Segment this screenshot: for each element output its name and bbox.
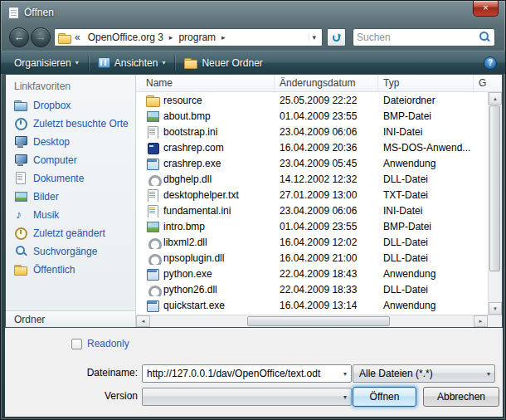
file-date: 23.04.2009 05:45 [275, 158, 378, 169]
forward-button[interactable]: → [31, 27, 51, 47]
file-row[interactable]: about.bmp 01.04.2009 23:55 BMP-Datei [136, 108, 488, 124]
breadcrumb-folder-icon [58, 32, 71, 43]
sidebar-item[interactable]: Musik [6, 206, 135, 224]
cancel-button-label: Abbrechen [437, 391, 485, 403]
file-name: dbghelp.dll [163, 173, 212, 185]
file-name: npsoplugin.dll [163, 252, 224, 264]
filetype-select[interactable]: Alle Dateien (*.*) ▾ [353, 364, 495, 383]
search-box[interactable] [353, 28, 495, 46]
file-row[interactable]: python26.dll 22.04.2009 18:33 DLL-Datei [136, 281, 488, 297]
search-icon[interactable] [478, 31, 491, 44]
horizontal-scrollbar[interactable]: ◄ ► [136, 315, 502, 327]
new-folder-icon [184, 57, 197, 68]
file-row[interactable]: npsoplugin.dll 16.04.2009 21:00 DLL-Date… [136, 250, 488, 266]
file-row[interactable]: dbghelp.dll 14.12.2002 12:32 DLL-Datei [136, 171, 488, 187]
file-type: DLL-Datei [378, 284, 474, 295]
sidebar-item[interactable]: Öffentlich [6, 261, 135, 279]
breadcrumb-overflow-button[interactable]: « [71, 32, 84, 43]
filename-combo[interactable]: ▾ [142, 364, 352, 383]
file-date: 22.04.2009 18:43 [275, 268, 378, 280]
file-date: 14.12.2002 12:32 [275, 173, 378, 185]
file-icon [146, 267, 159, 281]
vertical-scrollbar[interactable]: ▲ ▼ [488, 92, 502, 315]
file-row[interactable]: libxml2.dll 16.04.2009 12:02 DLL-Datei [136, 234, 488, 250]
file-type: Dateiordner [378, 95, 474, 106]
file-date: 01.04.2009 23:55 [275, 221, 378, 232]
scroll-up-button[interactable]: ▲ [489, 92, 502, 105]
refresh-button[interactable] [327, 28, 346, 46]
filetype-value: Alle Dateien (*.*) [359, 368, 433, 379]
address-history-dropdown-icon[interactable]: ▾ [309, 33, 319, 42]
file-icon [146, 283, 159, 296]
file-name-cell: bootstrap.ini [136, 125, 275, 139]
file-name: resource [163, 95, 202, 106]
sidebar-item[interactable]: Dropbox [6, 96, 135, 115]
breadcrumb-item-program[interactable]: program [174, 32, 220, 43]
file-date: 16.04.2009 13:14 [275, 300, 378, 311]
organize-label: Organisieren [14, 57, 71, 69]
file-row[interactable]: fundamental.ini 23.04.2009 06:06 INI-Dat… [136, 203, 488, 218]
readonly-row: Readonly [71, 338, 129, 349]
toolbar-separator [174, 56, 175, 71]
views-button[interactable]: Ansichten ▾ [91, 54, 173, 72]
sidebar-item[interactable]: Zuletzt besuchte Orte [6, 115, 135, 133]
horizontal-scroll-track[interactable] [150, 315, 474, 327]
sidebar-item[interactable]: Zuletzt geändert [6, 224, 135, 242]
close-button[interactable]: × [473, 1, 499, 17]
file-type: DLL-Datei [378, 237, 474, 248]
file-name: crashrep.com [163, 142, 224, 154]
file-row[interactable]: quickstart.exe 16.04.2009 13:14 Anwendun… [136, 297, 488, 313]
column-header-name[interactable]: Name [136, 75, 275, 91]
sidebar-item[interactable]: Suchvorgänge [6, 242, 135, 261]
file-name-cell: intro.bmp [136, 220, 275, 233]
filename-dropdown-icon[interactable]: ▾ [343, 370, 347, 378]
open-button[interactable]: Öffnen [353, 387, 416, 407]
views-icon [98, 57, 110, 68]
scroll-up-icon: ▲ [493, 96, 498, 101]
readonly-checkbox[interactable] [71, 339, 82, 349]
file-type: INI-Datei [378, 205, 474, 217]
file-type: Anwendung [378, 158, 474, 169]
file-row[interactable]: desktophelper.txt 27.01.2009 13:00 TXT-D… [136, 187, 488, 203]
breadcrumb-item-openoffice[interactable]: OpenOffice.org 3 [84, 32, 168, 43]
file-row[interactable]: intro.bmp 01.04.2009 23:55 BMP-Datei [136, 218, 488, 234]
breadcrumb-separator-icon[interactable]: ▸ [168, 33, 175, 42]
column-header-date[interactable]: Änderungsdatum [275, 75, 378, 91]
folders-expander[interactable]: Ordner [6, 310, 135, 327]
sidebar-item[interactable]: Desktop [6, 133, 135, 151]
filename-input[interactable] [143, 365, 351, 382]
file-row[interactable]: crashrep.exe 23.04.2009 05:45 Anwendung [136, 155, 488, 171]
breadcrumb-separator-icon[interactable]: ▸ [220, 33, 227, 42]
sidebar-item-label: Suchvorgänge [33, 246, 97, 257]
readonly-label[interactable]: Readonly [87, 338, 129, 349]
back-button[interactable]: ← [9, 27, 29, 47]
column-header-size[interactable]: G [474, 75, 502, 91]
scroll-right-button[interactable]: ► [474, 315, 488, 327]
new-folder-button[interactable]: Neuer Ordner [178, 54, 269, 72]
organize-button[interactable]: Organisieren ▾ [7, 54, 85, 72]
sidebar-item[interactable]: Dokumente [6, 169, 135, 188]
file-row[interactable]: crashrep.com 16.04.2009 20:36 MS-DOS-Anw… [136, 139, 488, 155]
version-select[interactable]: ▾ [142, 388, 352, 406]
cancel-button[interactable]: Abbrechen [423, 387, 499, 407]
file-row[interactable]: python.exe 22.04.2009 18:43 Anwendung [136, 266, 488, 281]
file-type: BMP-Datei [378, 110, 474, 122]
file-row[interactable]: bootstrap.ini 23.04.2009 06:06 INI-Datei [136, 124, 488, 139]
file-type: DLL-Datei [378, 173, 474, 185]
scroll-left-button[interactable]: ◄ [136, 315, 150, 327]
sidebar-item[interactable]: Bilder [6, 188, 135, 206]
titlebar[interactable]: Öffnen × [1, 1, 505, 24]
sidebar-item[interactable]: Computer [6, 151, 135, 169]
window-title: Öffnen [24, 7, 54, 18]
chevron-down-icon: ▾ [162, 59, 165, 66]
column-header-type[interactable]: Typ [378, 75, 474, 91]
help-button[interactable]: ? [484, 56, 497, 70]
address-bar[interactable]: « OpenOffice.org 3 ▸ program ▸ ▾ [54, 28, 323, 46]
search-input[interactable] [357, 32, 478, 43]
vertical-scroll-thumb[interactable] [489, 105, 500, 271]
vertical-scroll-track[interactable] [489, 105, 502, 302]
refresh-icon [333, 34, 340, 42]
horizontal-scroll-thumb[interactable] [247, 316, 390, 326]
file-row[interactable]: resource 25.05.2009 22:22 Dateiordner [136, 92, 488, 108]
scroll-down-button[interactable]: ▼ [489, 302, 502, 315]
